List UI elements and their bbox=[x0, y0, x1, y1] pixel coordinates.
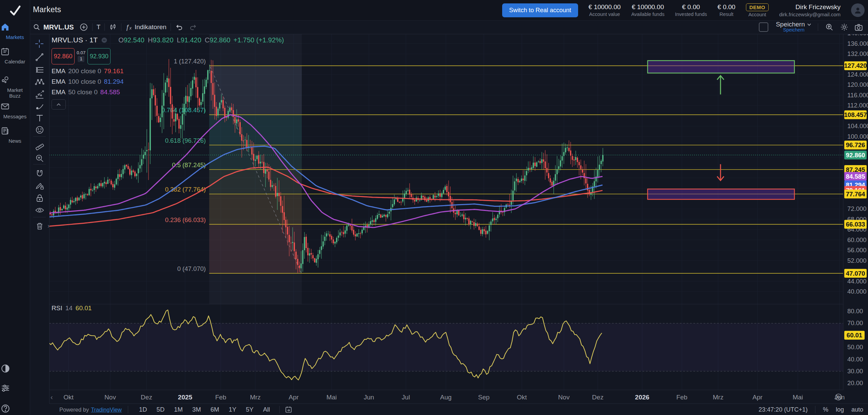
svg-text:56.000: 56.000 bbox=[847, 246, 867, 254]
contrast-icon[interactable] bbox=[0, 363, 30, 374]
indicators-button[interactable]: Indikatoren bbox=[135, 23, 166, 31]
drawing-toolbar-collapse-icon[interactable]: › bbox=[47, 220, 52, 232]
text-icon[interactable] bbox=[34, 113, 44, 123]
settings-gear-icon[interactable] bbox=[840, 23, 849, 32]
redo-icon[interactable] bbox=[189, 23, 197, 32]
sidebar-item-markets[interactable]: Markets bbox=[0, 22, 30, 40]
svg-text:Jul: Jul bbox=[402, 394, 410, 401]
demo-badge-label: Account bbox=[748, 12, 766, 17]
crosshair-icon[interactable] bbox=[34, 39, 44, 49]
zoom-in-icon[interactable] bbox=[34, 153, 44, 163]
save-control[interactable]: Speichern Speichern bbox=[776, 21, 812, 33]
add-symbol-icon[interactable] bbox=[79, 23, 88, 32]
svg-text:0.5 (87.245): 0.5 (87.245) bbox=[172, 161, 206, 169]
preferences-icon[interactable] bbox=[0, 383, 30, 394]
range-button-1m[interactable]: 1M bbox=[171, 405, 186, 414]
svg-text:96.726: 96.726 bbox=[846, 141, 865, 149]
go-to-date-icon[interactable] bbox=[284, 406, 293, 414]
range-button-6m[interactable]: 6M bbox=[208, 405, 222, 414]
magnet-icon[interactable] bbox=[34, 169, 44, 179]
tradingview-link[interactable]: TradingView bbox=[91, 407, 122, 413]
ruler-icon[interactable] bbox=[34, 141, 44, 151]
svg-text:Feb: Feb bbox=[215, 394, 226, 401]
draw-lock-icon[interactable] bbox=[34, 181, 44, 191]
range-button-all[interactable]: All bbox=[260, 405, 273, 414]
range-button-1d[interactable]: 1D bbox=[136, 405, 150, 414]
legend-symbol[interactable]: MRVL.US · 1T bbox=[52, 36, 98, 44]
trendline-icon[interactable] bbox=[34, 52, 44, 62]
chart-legend: MRVL.US · 1T O92.540H93.820L91.420C92.86… bbox=[52, 36, 284, 110]
emoji-icon[interactable] bbox=[34, 125, 44, 135]
svg-text:‹: ‹ bbox=[51, 393, 53, 401]
spread-indicator: 0.07 1 bbox=[75, 48, 87, 64]
xabcd-pattern-icon[interactable] bbox=[34, 77, 44, 87]
topbar: Markets Switch to Real account € 10000.0… bbox=[30, 0, 868, 21]
trash-icon[interactable] bbox=[34, 221, 44, 231]
fib-retracement-icon[interactable] bbox=[34, 65, 44, 75]
ema-legend-row[interactable]: EMA200 close 079.161 bbox=[52, 67, 284, 75]
sell-button[interactable]: 92.860 bbox=[52, 48, 75, 64]
brush-icon[interactable] bbox=[34, 101, 44, 112]
svg-text:80.00: 80.00 bbox=[847, 308, 863, 315]
legend-collapse-button[interactable] bbox=[52, 99, 66, 110]
percent-scale-button[interactable]: % bbox=[823, 406, 828, 413]
rsi-param: 14 bbox=[65, 304, 73, 312]
spread-value: 0.07 bbox=[77, 50, 85, 56]
chart-type-candles-icon[interactable] bbox=[109, 23, 117, 31]
buy-button[interactable]: 92.930 bbox=[87, 48, 111, 64]
user-email: dirk.friczewsky@gmail.com bbox=[779, 12, 841, 17]
range-button-5y[interactable]: 5Y bbox=[243, 405, 257, 414]
svg-text:124.000: 124.000 bbox=[847, 71, 868, 78]
interval-button[interactable]: T bbox=[97, 23, 101, 31]
svg-text:60.01: 60.01 bbox=[847, 332, 862, 339]
auto-scale-button[interactable]: auto bbox=[851, 406, 863, 413]
sidebar-item-market-buzz[interactable]: MarketBuzz bbox=[0, 75, 30, 99]
rsi-title[interactable]: RSI bbox=[52, 304, 62, 312]
symbol-search-button[interactable]: MRVL.US bbox=[43, 23, 74, 31]
sidebar-item-news[interactable]: News bbox=[0, 126, 30, 144]
calendar-icon bbox=[0, 47, 30, 57]
save-sub-link[interactable]: Speichern bbox=[783, 27, 805, 33]
avatar[interactable] bbox=[851, 3, 865, 17]
log-scale-button[interactable]: log bbox=[836, 406, 844, 413]
app-logo-icon[interactable] bbox=[7, 3, 22, 18]
help-icon[interactable] bbox=[0, 403, 30, 414]
legend-hide-icon[interactable] bbox=[101, 37, 108, 44]
svg-text:132.000: 132.000 bbox=[847, 50, 868, 57]
rsi-value: 60.01 bbox=[76, 304, 92, 312]
clock-label[interactable]: 23:47:20 (UTC+1) bbox=[758, 406, 808, 413]
forecast-icon[interactable] bbox=[34, 90, 44, 100]
range-button-1y[interactable]: 1Y bbox=[225, 405, 239, 414]
ema-legend-row[interactable]: EMA100 close 081.294 bbox=[52, 78, 284, 85]
range-button-3m[interactable]: 3M bbox=[189, 405, 204, 414]
svg-text:120.000: 120.000 bbox=[847, 81, 868, 88]
stat-account-value: € 10000.00Account value bbox=[589, 3, 621, 17]
svg-text:2025: 2025 bbox=[178, 394, 193, 401]
ema-legend-row[interactable]: EMA50 close 084.585 bbox=[52, 88, 284, 96]
switch-to-real-account-button[interactable]: Switch to Real account bbox=[502, 3, 578, 17]
spread-qty: 1 bbox=[78, 56, 84, 62]
svg-text:60.000: 60.000 bbox=[847, 236, 867, 243]
camera-snapshot-icon[interactable] bbox=[854, 23, 863, 32]
indicators-fx-icon[interactable]: ƒx bbox=[125, 23, 132, 31]
sidebar-item-calendar[interactable]: Calendar bbox=[0, 47, 30, 64]
range-button-5d[interactable]: 5D bbox=[154, 405, 168, 414]
chart-toolbar: MRVL.US T ƒx Indikatoren Speichern Speic… bbox=[30, 20, 868, 34]
svg-text:Nov: Nov bbox=[104, 394, 116, 401]
sidebar-item-messages[interactable]: Messages bbox=[0, 102, 30, 119]
save-button[interactable]: Speichern bbox=[776, 21, 805, 28]
undo-icon[interactable] bbox=[175, 23, 184, 32]
search-icon[interactable] bbox=[33, 23, 41, 31]
svg-text:Apr: Apr bbox=[289, 394, 299, 401]
stat-result: € 0.00Result bbox=[717, 3, 735, 17]
powered-by-label: Powered by bbox=[59, 407, 89, 413]
svg-text:Nov: Nov bbox=[558, 394, 570, 401]
chart-select-checkbox[interactable] bbox=[759, 22, 768, 32]
hide-all-icon[interactable] bbox=[34, 205, 44, 215]
quick-search-icon[interactable] bbox=[825, 23, 834, 32]
svg-text:0.236 (66.033): 0.236 (66.033) bbox=[165, 216, 206, 223]
axis-settings: 23:47:20 (UTC+1) % log auto bbox=[758, 406, 863, 413]
bottom-toolbar: Powered by TradingView 1D5D1M3M6M1Y5YAll… bbox=[49, 403, 868, 415]
svg-text:Jun: Jun bbox=[364, 394, 374, 401]
lock-all-icon[interactable] bbox=[34, 193, 44, 203]
